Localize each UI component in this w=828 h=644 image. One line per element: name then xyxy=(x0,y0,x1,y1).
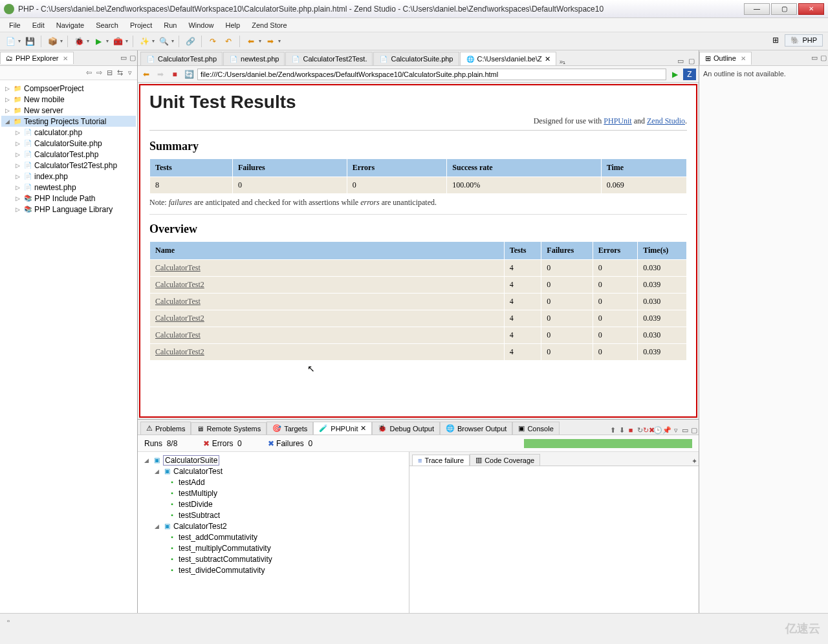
tree-project-open[interactable]: ◢📁Testing Projects Tutorial xyxy=(1,116,136,127)
phpunit-link[interactable]: PHPUnit xyxy=(604,116,631,125)
tree-file[interactable]: ▷📄CalculatorTest.php xyxy=(1,149,136,160)
perspective-php[interactable]: 🐘PHP xyxy=(785,34,823,47)
browser-refresh-icon[interactable]: 🔄 xyxy=(183,69,195,80)
tab-phpunit[interactable]: 🧪PHPUnit✕ xyxy=(313,422,372,435)
debug-icon[interactable]: 🐞 xyxy=(72,35,85,48)
tab-problems[interactable]: ⚠Problems xyxy=(140,422,191,435)
link-icon[interactable]: 🔗 xyxy=(184,35,197,48)
collapse-icon[interactable]: ⊟ xyxy=(105,69,114,78)
maximize-editor-icon[interactable]: ▢ xyxy=(687,56,696,65)
close-icon[interactable]: ✕ xyxy=(545,55,550,63)
link-editor-icon[interactable]: ⇆ xyxy=(115,69,124,78)
url-input[interactable] xyxy=(197,69,666,80)
rerun-fail-icon[interactable]: ↻✖ xyxy=(644,425,653,435)
minimize-editor-icon[interactable]: ▭ xyxy=(676,56,685,65)
menu-edit[interactable]: Edit xyxy=(27,19,50,31)
view-menu-icon[interactable]: ▿ xyxy=(125,69,135,78)
php-explorer-tab[interactable]: 🗂 PHP Explorer ✕ xyxy=(0,52,74,64)
open-perspective-icon[interactable]: ⊞ xyxy=(769,34,782,47)
editor-tab[interactable]: 📄CalculatorTest2Test. xyxy=(285,52,373,65)
stop-icon[interactable]: ■ xyxy=(626,425,635,435)
tab-remote-systems[interactable]: 🖥Remote Systems xyxy=(191,422,267,435)
tree-file[interactable]: ▷📄index.php xyxy=(1,171,136,182)
test-link[interactable]: CalculatorTest xyxy=(155,330,201,339)
fwd-icon[interactable]: ➡ xyxy=(264,35,277,48)
next-fail-icon[interactable]: ⬇ xyxy=(617,425,626,435)
explorer-tree[interactable]: ▷📁CompsoerProject ▷📁New mobile ▷📁New ser… xyxy=(0,80,137,613)
fwd-nav-icon[interactable]: ⇨ xyxy=(94,69,104,78)
close-icon[interactable]: ✕ xyxy=(360,424,366,433)
minimize-button[interactable]: — xyxy=(744,3,770,15)
tree-lib[interactable]: ▷📚PHP Language Library xyxy=(1,204,136,215)
tab-targets[interactable]: 🎯Targets xyxy=(267,422,313,435)
tree-file[interactable]: ▷📄CalculatorSuite.php xyxy=(1,138,136,149)
tree-file[interactable]: ▷📄newtest.php xyxy=(1,182,136,193)
tab-trace-failure[interactable]: ≡Trace failure xyxy=(412,455,470,466)
back-icon[interactable]: ⬅ xyxy=(245,35,257,48)
browser-stop-icon[interactable]: ■ xyxy=(169,69,180,80)
status-icon: ▫ xyxy=(4,616,13,625)
tree-project[interactable]: ▷📁New server xyxy=(1,105,136,116)
tab-console[interactable]: ▣Console xyxy=(512,422,559,435)
tree-lib[interactable]: ▷📚PHP Include Path xyxy=(1,193,136,204)
tab-debug-output[interactable]: 🐞Debug Output xyxy=(372,422,440,435)
menu-help[interactable]: Help xyxy=(221,19,246,31)
menu-icon[interactable]: ▿ xyxy=(671,425,681,435)
maximize-button[interactable]: ▢ xyxy=(771,3,797,15)
more-tabs-indicator[interactable]: »₁ xyxy=(560,58,566,65)
menu-project[interactable]: Project xyxy=(125,19,157,31)
ext-tools-icon[interactable]: 🧰 xyxy=(111,35,124,48)
minimize-view-icon[interactable]: ▭ xyxy=(810,54,819,63)
zendstudio-link[interactable]: Zend Studio xyxy=(647,116,685,125)
new-proj-icon[interactable]: 📦 xyxy=(46,35,59,48)
editor-tab[interactable]: 📄CalculatorSuite.php xyxy=(373,52,459,65)
history-icon[interactable]: 🕒 xyxy=(653,425,662,435)
tree-file[interactable]: ▷📄CalculatorTest2Test.php xyxy=(1,160,136,171)
maximize-view-icon[interactable]: ▢ xyxy=(819,54,828,63)
go-icon[interactable]: ▶ xyxy=(669,69,681,80)
test-link[interactable]: CalculatorTest2 xyxy=(155,347,204,356)
new-icon[interactable]: 📄 xyxy=(4,35,17,48)
save-icon[interactable]: 💾 xyxy=(23,35,36,48)
wand-icon[interactable]: ✨ xyxy=(138,35,151,48)
editor-tab[interactable]: 📄CalculatorTest.php xyxy=(140,52,223,65)
filter-icon[interactable]: ✦ xyxy=(690,456,699,466)
outline-tab[interactable]: ⊞ Outline ✕ xyxy=(699,52,752,65)
run-icon[interactable]: ▶ xyxy=(92,35,105,48)
tab-browser-output[interactable]: 🌐Browser Output xyxy=(440,422,512,435)
editor-tab[interactable]: 📄newtest.php xyxy=(223,52,285,65)
menu-search[interactable]: Search xyxy=(91,19,124,31)
menu-window[interactable]: Window xyxy=(183,19,219,31)
maximize-view-icon[interactable]: ▢ xyxy=(690,425,699,435)
phpunit-tree[interactable]: ◢▣CalculatorSuite ◢▣CalculatorTest ▪test… xyxy=(138,452,409,613)
prev-fail-icon[interactable]: ⬆ xyxy=(608,425,617,435)
zend-icon[interactable]: Z xyxy=(683,69,696,80)
menu-file[interactable]: File xyxy=(4,19,26,31)
menu-run[interactable]: Run xyxy=(158,19,182,31)
prev-annot-icon[interactable]: ↶ xyxy=(222,35,235,48)
test-link[interactable]: CalculatorTest2 xyxy=(155,280,204,289)
test-link[interactable]: CalculatorTest xyxy=(155,263,201,272)
next-annot-icon[interactable]: ↷ xyxy=(206,35,219,48)
tree-project[interactable]: ▷📁New mobile xyxy=(1,94,136,105)
menu-zend-store[interactable]: Zend Store xyxy=(246,19,292,31)
minimize-view-icon[interactable]: ▭ xyxy=(119,54,128,63)
maximize-view-icon[interactable]: ▢ xyxy=(128,54,137,63)
search-icon[interactable]: 🔍 xyxy=(157,35,170,48)
close-icon[interactable]: ✕ xyxy=(63,55,68,62)
tree-project[interactable]: ▷📁CompsoerProject xyxy=(1,83,136,94)
test-link[interactable]: CalculatorTest2 xyxy=(155,314,204,323)
browser-back-icon[interactable]: ⬅ xyxy=(140,69,152,80)
editor-tab-active[interactable]: 🌐C:\Users\daniel.be\Z✕ xyxy=(460,52,556,65)
minimize-view-icon[interactable]: ▭ xyxy=(681,425,690,435)
pin-icon[interactable]: 📌 xyxy=(662,425,671,435)
browser-fwd-icon[interactable]: ➡ xyxy=(155,69,166,80)
back-nav-icon[interactable]: ⇦ xyxy=(84,69,93,78)
menu-navigate[interactable]: Navigate xyxy=(51,19,89,31)
tree-file[interactable]: ▷📄calculator.php xyxy=(1,127,136,138)
close-icon[interactable]: ✕ xyxy=(741,55,746,62)
failure-icon: ✖ xyxy=(268,439,274,448)
test-link[interactable]: CalculatorTest xyxy=(155,297,201,306)
tab-code-coverage[interactable]: ▥Code Coverage xyxy=(470,454,540,466)
close-button[interactable]: ✕ xyxy=(798,3,824,15)
